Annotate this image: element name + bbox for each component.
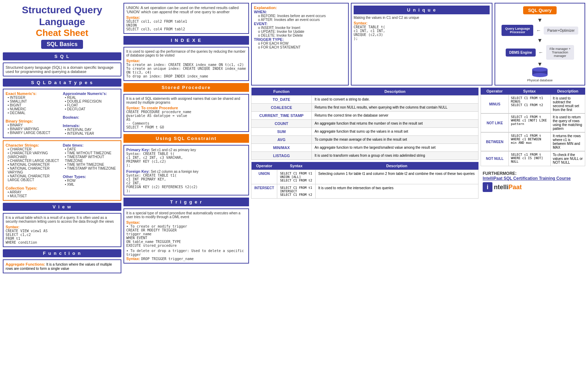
binary-strings-label: Binary Strings: <box>6 119 61 123</box>
stored-proc-box: It is a set of SQL statements with assig… <box>123 94 249 132</box>
ops-name-0: UNION <box>251 170 277 184</box>
dbms-box: DBMS Engine <box>506 49 536 57</box>
sql-basics-badge: SQL Basics <box>41 40 83 49</box>
func-desc-6: An aggregate function to return the larg… <box>311 144 478 152</box>
union-box: UNION: A set operation can be used on th… <box>123 3 249 34</box>
right-op-name-3: NOT NULL <box>481 151 509 166</box>
right-op-desc-3: To check if the values are NULL or NOT N… <box>551 151 585 166</box>
function-header: F u n c t i o n <box>3 249 121 257</box>
index-desc: It is used to speed up the performance o… <box>126 50 246 57</box>
trigger-type-label: TRIGGER TYPE: <box>254 37 346 42</box>
trigger-header: T r i g g e r <box>123 198 249 206</box>
sql-query-diagram: SQL Query ▼ Query Language Processor ← P… <box>495 3 585 86</box>
index-syntax-item1: To create an index: CREATE INDEX index_n… <box>126 63 246 67</box>
union-syntax-label: Syntax: <box>126 15 246 20</box>
fk-label: Foreign Key: <box>126 169 150 173</box>
index-syntax-item3: To drop an index: DROP INDEX index_name <box>126 74 246 78</box>
right-op-syntax-1: SELECT c1 FROM t WHERE c1 [NOT] LIKE pat… <box>509 114 551 132</box>
exact-numeric-item-1: • INTEGER <box>6 96 61 99</box>
right-op-row: NOT NULL SELECT c1 FROM t WHERE c1 IS [N… <box>481 151 585 166</box>
physical-db-label: Physical database <box>527 79 552 82</box>
parser-box: Parser+Optimizer <box>544 27 578 35</box>
agg-label: Aggregate Functions: <box>6 262 45 266</box>
index-syntax-item2: To create an unique index: CREATE UNIQUE… <box>126 67 246 74</box>
right-op-desc-1: It is used to return the query of rows u… <box>551 114 585 132</box>
explanation-title: Explanation: <box>254 6 346 10</box>
right-op-syntax-0: SELECT C1 FROM t1 MINUS SELECT C1 FROM t… <box>509 95 551 113</box>
unique-header: U n i q u e <box>354 6 490 14</box>
func-name-7: LISTAGG <box>251 152 312 160</box>
ops-col3-header: Description <box>315 162 478 170</box>
right-op-name-0: MINUS <box>481 95 509 113</box>
right-op-desc-2: It returns the rows where c1 is between … <box>551 133 585 151</box>
ops-col2-header: Syntax <box>277 162 315 170</box>
func-table-row: SUMAn aggregate function that sums up th… <box>251 128 478 136</box>
ops-col1-header: Operator <box>251 162 277 170</box>
unique-box: U n i q u e Making the values in C1 and … <box>351 3 492 86</box>
datetimes-label: Date times: <box>63 143 119 147</box>
ops-syntax-0: SELECT C1 FROM t1 UNION [ALL] SELECT C1 … <box>277 170 315 184</box>
operators-table: Operator Syntax Description UNIONSELECT … <box>251 162 478 199</box>
pk-label: Primary Key: <box>126 148 150 152</box>
trigger-item1: • To create or modify trigger CREATE OR … <box>126 224 246 247</box>
view-desc: It is a virtual table which is a result … <box>6 216 119 223</box>
exact-numeric-label: Exact Numeric's: <box>6 91 61 96</box>
right-op-name-2: BETWEEN <box>481 133 509 151</box>
func-col1-header: Function <box>251 88 312 96</box>
boolean-label: Boolean: <box>63 115 119 119</box>
exact-numeric-item-5: • DECIMAL <box>6 111 61 115</box>
ops-syntax-1: SELECT C1 FROM t1 INTERSECT SELECT C1 FR… <box>277 184 315 199</box>
datatypes-header: S Q L D a t a T y p e s <box>3 79 121 87</box>
func-name-5: AVG <box>251 136 312 144</box>
index-box: It is used to speed up the performance o… <box>123 47 249 81</box>
function-box: Aggregate Functions: It is a function wh… <box>3 259 121 273</box>
func-desc-2: Returns the correct time on the database… <box>311 112 478 120</box>
stored-proc-desc: It is a set of SQL statements with assig… <box>126 97 246 104</box>
datatypes-box: Exact Numeric's: • INTEGER • SMALLINT • … <box>3 89 121 138</box>
unique-syntax-code: CREATE TABLE t( c1 INT, c1 INT, UNIQUE (… <box>354 25 490 40</box>
constraint-box: Primary Key: Set c1 and c2 as primary ke… <box>123 145 249 195</box>
func-table-row: MIN/MAXAn aggregate function to return t… <box>251 144 478 152</box>
char-types-box: Character Strings: • CHARACTER • CHARACT… <box>3 140 121 201</box>
ops-table-row: INTERSECTSELECT C1 FROM t1 INTERSECT SEL… <box>251 184 478 199</box>
func-desc-7: It is used to transform values from a gr… <box>311 152 478 160</box>
cheat-sheet-title: Cheat Sheet <box>3 28 121 38</box>
right-operators-section: Operator Syntax Description MINUS SELECT… <box>481 88 585 199</box>
intellipaat-link[interactable]: IntelliPaat SQL Certification Training C… <box>483 176 583 181</box>
trigger-box: It is a special type of stored procedure… <box>123 208 249 264</box>
intellipaat-logo: i ntelliPaat <box>483 182 583 192</box>
func-col2-header: Description <box>311 88 478 96</box>
binary-item-3: • BINARY LARGE OBJECT <box>6 131 61 135</box>
binary-item-1: • BINARY <box>6 123 61 127</box>
ops-table-row: UNIONSELECT C1 FROM t1 UNION [ALL] SELEC… <box>251 170 478 184</box>
trigger-drop-syntax: DROP TRIGGER trigger_name <box>141 257 194 261</box>
sql-section-header: S Q L <box>3 52 121 60</box>
explanation-box: Explanation: WHEN: o BEFORE: Invokes bef… <box>251 3 349 86</box>
furthermore-box: FURTHERMORE: IntelliPaat SQL Certificati… <box>481 169 585 194</box>
approx-numeric-label: Approximate Numeric's: <box>63 91 119 96</box>
char-strings-label: Character Strings: <box>6 143 61 147</box>
union-syntax-code: SELECT col1, col2 FROM table1 UNION SELE… <box>126 20 246 31</box>
ops-desc-0: Selecting column 1 for table t1 and colu… <box>315 170 478 184</box>
other-types-label: Other Types: <box>63 175 119 179</box>
func-table-row: AVGTo compute the mean average of the va… <box>251 136 478 144</box>
func-name-6: MIN/MAX <box>251 144 312 152</box>
func-desc-1: Returns the first non NULL results, when… <box>311 104 478 112</box>
func-desc-5: To compute the mean average of the value… <box>311 136 478 144</box>
file-mgr-box: File manager + Transaction manager <box>546 45 574 60</box>
view-syntax-code: CREATE VIEW view1 AS SELECT c1,c2 FROM t… <box>6 229 119 244</box>
approx-item-2: • DOUBLE PRECISION <box>63 99 119 103</box>
func-name-0: TO_DATE <box>251 96 312 104</box>
func-name-4: SUM <box>251 128 312 136</box>
func-table-row: COUNTAn aggregate function that returns … <box>251 120 478 128</box>
ops-name-1: INTERSECT <box>251 184 277 199</box>
func-desc-0: It is used to convert a string to date. <box>311 96 478 104</box>
right-op-row: MINUS SELECT C1 FROM t1 MINUS SELECT C1 … <box>481 95 585 113</box>
func-name-1: COALESCE <box>251 104 312 112</box>
func-name-3: COUNT <box>251 120 312 128</box>
furthermore-title: FURTHERMORE: <box>483 171 583 176</box>
interval-item-2: • INTERVAL YEAR <box>63 132 119 135</box>
stored-proc-syntax-code: CREATE PROCEDURE procedure_name @variabl… <box>126 110 246 129</box>
pk-code: Syntax: CREATE TABLE t( c1 INT, c2 INT, … <box>126 152 246 167</box>
pk-desc: Set c1 and c2 as primary key <box>151 148 196 152</box>
